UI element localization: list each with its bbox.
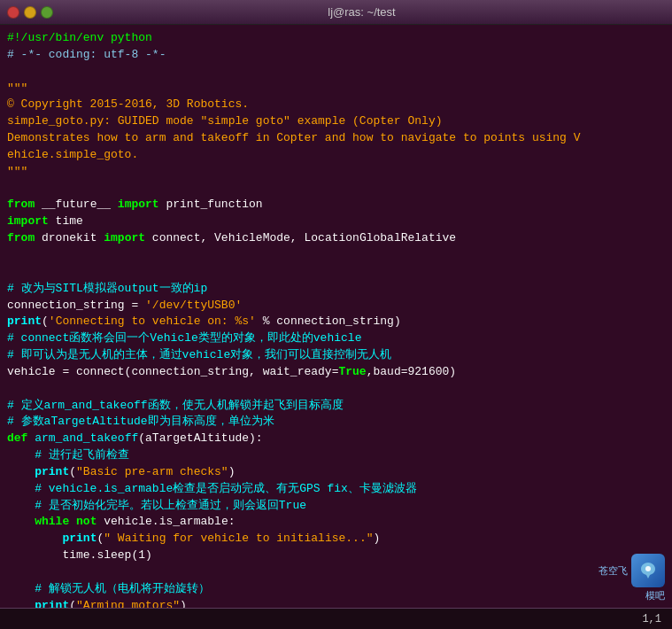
title-bar: lj@ras: ~/test	[0, 0, 672, 25]
code-line: # 进行起飞前检查	[7, 447, 665, 464]
code-line: #!/usr/bin/env python	[7, 30, 665, 47]
watermark-text1: 苍空飞	[599, 564, 628, 578]
code-line: # 定义arm_and_takeoff函数，使无人机解锁并起飞到目标高度	[7, 398, 665, 415]
watermark-logo	[631, 554, 665, 587]
code-line	[7, 64, 665, 81]
code-line: print("Arming motors")	[7, 598, 665, 608]
code-line: # connect函数将会回一个Vehicle类型的对象，即此处的vehicle	[7, 330, 665, 347]
window-title: lj@ras: ~/test	[58, 5, 665, 19]
code-line: # vehicle.is_armable检查是否启动完成、有无GPS fix、卡…	[7, 481, 665, 498]
code-line: ehicle.simple_goto.	[7, 147, 665, 164]
code-line: vehicle = connect(connection_string, wai…	[7, 364, 665, 381]
code-line: print("Basic pre-arm checks")	[7, 464, 665, 481]
watermark-text2: 模吧	[645, 589, 665, 602]
code-line: from dronekit import connect, VehicleMod…	[7, 230, 665, 247]
code-line: from __future__ import print_function	[7, 197, 665, 214]
code-line: """	[7, 164, 665, 181]
code-line: while not vehicle.is_armable:	[7, 514, 665, 531]
code-line	[7, 381, 665, 398]
code-line: print(" Waiting for vehicle to initialis…	[7, 531, 665, 547]
code-line: # -*- coding: utf-8 -*-	[7, 47, 665, 64]
code-line: Demonstrates how to arm and takeoff in C…	[7, 130, 665, 147]
code-line	[7, 247, 665, 264]
watermark: 苍空飞 模吧	[599, 554, 665, 602]
code-line: import time	[7, 214, 665, 230]
terminal-content: #!/usr/bin/env python # -*- coding: utf-…	[0, 25, 672, 608]
code-line: # 即可认为是无人机的主体，通过vehicle对象，我们可以直接控制无人机	[7, 347, 665, 364]
code-line: # 是否初始化完毕。若以上检查通过，则会返回True	[7, 498, 665, 515]
code-line: connection_string = '/dev/ttyUSB0'	[7, 298, 665, 314]
code-line	[7, 564, 665, 581]
status-bar: 1,1	[0, 608, 672, 629]
cursor-position: 1,1	[642, 613, 661, 625]
maximize-button[interactable]	[41, 6, 53, 19]
code-line	[7, 181, 665, 198]
code-line: © Copyright 2015-2016, 3D Robotics.	[7, 97, 665, 113]
code-line: time.sleep(1)	[7, 547, 665, 564]
code-line: """	[7, 81, 665, 97]
code-line: # 参数aTargetAltitude即为目标高度，单位为米	[7, 414, 665, 431]
code-line: # 解锁无人机（电机将开始旋转）	[7, 581, 665, 598]
code-line: print('Connecting to vehicle on: %s' % c…	[7, 314, 665, 330]
code-line: # 改为与SITL模拟器output一致的ip	[7, 281, 665, 298]
code-line: def arm_and_takeoff(aTargetAltitude):	[7, 431, 665, 447]
svg-point-0	[645, 566, 651, 571]
close-button[interactable]	[7, 6, 19, 19]
code-line	[7, 264, 665, 281]
minimize-button[interactable]	[24, 6, 36, 19]
code-line: simple_goto.py: GUIDED mode "simple goto…	[7, 113, 665, 130]
window-controls[interactable]	[7, 6, 53, 19]
